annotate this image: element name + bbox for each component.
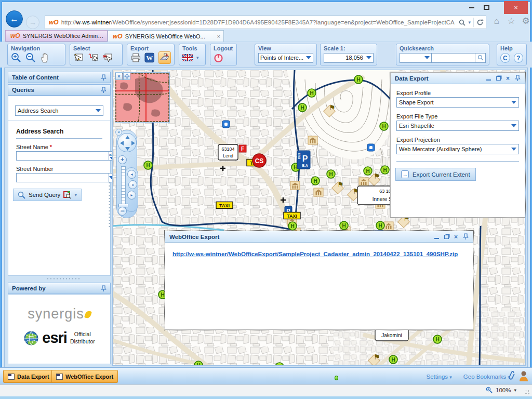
language-uk-flag-icon[interactable] [182, 54, 193, 61]
zoom-dropdown-caret[interactable]: ▾ [514, 388, 516, 393]
next-extent-button[interactable]: ► [127, 191, 136, 200]
search-icon[interactable] [459, 19, 466, 26]
view-select[interactable]: Points of Intere... [258, 53, 313, 63]
export-current-extent-button[interactable]: → Export Current Extent [395, 168, 476, 181]
quicksearch-go-button[interactable] [475, 53, 486, 63]
map-marker-building[interactable] [308, 136, 317, 144]
export-download-link[interactable]: http://w-ws-wintner/WebOfficeExport/Samp… [172, 251, 458, 257]
zoom-slider-track[interactable] [121, 166, 126, 209]
word-export-icon[interactable]: W [144, 52, 155, 63]
resize-grip[interactable] [525, 390, 530, 395]
map-marker-bus-stop[interactable]: H [354, 75, 363, 84]
panel-header-queries[interactable]: Queries [8, 84, 111, 96]
map-marker-info[interactable] [367, 144, 375, 151]
map-marker-info[interactable] [222, 121, 230, 128]
close-icon[interactable]: × [454, 234, 458, 240]
pin-icon[interactable] [515, 75, 521, 82]
panel-header-table-of-content[interactable]: Table of Content [8, 72, 111, 83]
pin-icon[interactable] [101, 87, 107, 94]
map-marker-bus-stop[interactable]: H [327, 170, 335, 178]
map-marker-bus-stop[interactable]: H [389, 355, 397, 364]
tools-dropdown-caret[interactable]: ▾ [196, 55, 199, 60]
pin-icon[interactable] [101, 285, 107, 292]
settings-gear-icon[interactable]: ⚙ [520, 15, 532, 28]
home-icon[interactable]: ⌂ [490, 15, 503, 28]
map-marker-bus-stop[interactable]: H [144, 161, 152, 169]
query-select[interactable]: Address Search [15, 105, 103, 116]
copyright-button[interactable]: C [500, 53, 510, 63]
map-marker-building[interactable] [384, 222, 393, 230]
map-marker-taxi[interactable]: TAXI [216, 202, 233, 209]
map-marker-parking-bus[interactable]: P BUS E:A [297, 151, 310, 169]
export-filetype-select[interactable]: Esri Shapefile [396, 121, 519, 131]
minimize-icon[interactable] [486, 79, 491, 81]
taskbar-button-weboffice-export[interactable]: WebOffice Export [51, 370, 118, 383]
favorites-star-icon[interactable]: ☆ [505, 15, 517, 28]
geo-bookmarks-menu[interactable]: Geo Bookmarks ▾ [463, 374, 510, 380]
zoom-out-icon[interactable] [25, 52, 36, 63]
logout-power-icon[interactable] [214, 53, 223, 63]
map-marker-bus-stop[interactable]: H [340, 221, 348, 230]
pin-icon[interactable] [101, 74, 107, 81]
panel-header-powered-by[interactable]: Powered by [8, 283, 111, 294]
back-button[interactable]: ← [6, 10, 23, 28]
minimize-icon[interactable] [434, 237, 439, 239]
map-marker-bus-stop[interactable]: H [380, 122, 388, 130]
export-profile-select[interactable]: Shape Export [396, 97, 519, 108]
window-maximize-button[interactable] [479, 1, 494, 14]
taskbar-button-data-export[interactable]: Data Export [3, 370, 54, 383]
export-projection-select[interactable]: Web Mercator (Auxiliary Sphere) [396, 144, 519, 154]
user-avatar-icon[interactable] [518, 370, 529, 381]
quicksearch-category-select[interactable] [400, 53, 432, 63]
window-minimize-button[interactable] [464, 1, 479, 14]
map-marker-bus-stop[interactable]: H [298, 103, 307, 112]
address-bar[interactable]: wO http://w-ws-wintner/WebOffice/synserv… [45, 16, 486, 29]
browser-zoom-control[interactable]: 100% ▾ [486, 387, 516, 393]
deselect-icon[interactable] [102, 52, 113, 63]
map-marker-bus-stop[interactable]: H [376, 221, 384, 230]
zoom-in-button[interactable]: + [118, 155, 127, 164]
map-marker-bus-stop[interactable]: H [308, 89, 316, 97]
pin-icon[interactable] [463, 233, 469, 240]
settings-menu[interactable]: Settings ▾ [427, 374, 452, 380]
map-marker-cs[interactable]: CS [252, 154, 266, 167]
help-button[interactable]: ? [514, 53, 524, 63]
window-close-button[interactable]: × [504, 1, 528, 14]
horizontal-splitter-handle[interactable] [46, 277, 79, 280]
pan-hand-icon[interactable] [40, 52, 50, 63]
overview-close-button[interactable]: × [115, 73, 123, 80]
zoom-out-button[interactable]: − [118, 207, 127, 216]
paperclip-icon[interactable] [505, 370, 515, 381]
quicksearch-input[interactable] [432, 53, 475, 63]
map-marker-building[interactable] [314, 188, 323, 196]
nav-widget-close-button[interactable]: × [115, 129, 122, 136]
send-query-button[interactable]: Send Query ▾ [13, 189, 82, 201]
map-marker-bus-stop[interactable]: H [433, 335, 442, 343]
shape-export-icon[interactable] [159, 52, 170, 63]
weboffice-export-panel-titlebar[interactable]: WebOffice Export × [165, 231, 473, 243]
tab-close-icon[interactable]: × [217, 33, 220, 39]
full-extent-button[interactable]: ● [128, 180, 137, 189]
overview-map[interactable]: × [115, 72, 170, 123]
map-marker-fire[interactable]: F [239, 145, 246, 152]
zoom-in-icon[interactable] [11, 52, 22, 63]
refresh-icon[interactable] [476, 19, 484, 26]
print-icon[interactable] [130, 53, 141, 63]
close-icon[interactable]: × [506, 76, 510, 81]
pan-rose-control[interactable] [117, 133, 137, 152]
search-dropdown-caret[interactable]: ▾ [468, 20, 471, 25]
map-marker-bus-stop[interactable]: H [194, 361, 203, 366]
previous-extent-button[interactable]: ◄ [127, 170, 136, 179]
restore-icon[interactable] [496, 76, 501, 81]
send-query-dropdown-caret[interactable]: ▾ [74, 192, 77, 197]
tab-weboffice-administration[interactable]: wO SYNERGIS WebOffice Administ... [5, 30, 108, 42]
map-marker-taxi[interactable]: TAXI [284, 212, 300, 219]
map-marker-building[interactable] [290, 181, 300, 190]
forward-button[interactable]: → [26, 16, 39, 29]
map-marker-bus-stop[interactable]: H [364, 167, 372, 175]
street-number-input[interactable] [16, 173, 109, 182]
select-line-icon[interactable] [88, 52, 99, 63]
vertical-splitter-handle[interactable] [108, 181, 111, 228]
map-marker-bus-stop[interactable]: H [288, 222, 297, 230]
restore-icon[interactable] [444, 235, 449, 239]
